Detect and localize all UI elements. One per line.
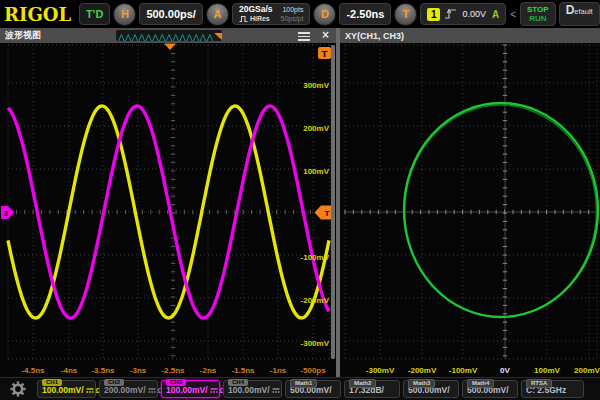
trigger-status-badge[interactable]: T'D — [79, 3, 110, 25]
dc-coupling-icon — [148, 387, 156, 394]
horizontal-button[interactable]: H — [113, 3, 136, 26]
sample-resolution: 50ps/pt — [280, 14, 303, 23]
scrollbar[interactable] — [331, 45, 335, 359]
channel-box-ch4[interactable]: CH4 100.00mV/ — [223, 380, 282, 398]
v-axis-label: 300mV — [303, 81, 329, 90]
v-axis-label: 200mV — [303, 124, 329, 133]
svg-text:T: T — [325, 209, 330, 218]
timebase-display[interactable]: 500.00ps/ — [139, 3, 203, 25]
memory-depth: 100pts — [280, 5, 303, 14]
ch2-tab: CH2 — [104, 379, 124, 386]
delay-button[interactable]: D — [313, 3, 336, 26]
dc-coupling-icon — [210, 387, 218, 394]
waveform-panel-titlebar[interactable]: 波形视图 × — [0, 28, 336, 43]
preview-position-marker — [214, 33, 222, 40]
default-button[interactable]: Default — [559, 2, 600, 26]
t-axis-label: -4.5ns — [21, 366, 45, 375]
t-axis-label: -4ns — [61, 366, 78, 375]
rtsa-box[interactable]: RTSA C: 2.5GHz — [521, 380, 584, 398]
t-axis-label: -1.5ns — [231, 366, 255, 375]
xy-axis-label: 0V — [500, 366, 510, 375]
trigger-level-value: 0.00V — [462, 9, 486, 19]
acq-mode: HiRes — [250, 14, 270, 23]
v-axis-label: 100mV — [303, 167, 329, 176]
math1-box[interactable]: Math1 500.00mV/ — [285, 380, 341, 398]
timebase-value: 500.00ps/ — [146, 8, 196, 20]
preview-waveform — [118, 35, 213, 42]
v-axis-label: -100mV — [301, 253, 330, 262]
top-toolbar: RIGOL T'D H 500.00ps/ A 20GSa/s HiRes 10… — [0, 0, 600, 28]
rtsa-tab: RTSA — [526, 379, 552, 388]
math3-box[interactable]: Math3 500.00mV/ — [403, 380, 459, 398]
ch1-tab: CH1 — [42, 379, 62, 386]
waveform-grid: TT3300mV200mV100mV-100mV-200mV-300mV-4.5… — [0, 43, 336, 377]
ch3-scale: 100.00mV/ — [166, 385, 208, 395]
menu-icon[interactable] — [298, 32, 310, 41]
t-axis-label: -2ns — [200, 366, 217, 375]
xy-axis-label: -200mV — [408, 366, 437, 375]
xy-axis-label: -300mV — [366, 366, 395, 375]
waveform-preview-strip[interactable] — [116, 30, 222, 41]
collapse-arrow[interactable]: < — [509, 9, 517, 20]
close-icon[interactable]: × — [322, 28, 329, 43]
t-axis-label: -2.5ns — [161, 366, 185, 375]
math3-tab: Math3 — [408, 379, 435, 388]
rigol-logo: RIGOL — [4, 4, 71, 25]
math4-box[interactable]: Math4 500.00mV/ — [462, 380, 518, 398]
t-axis-label: -1ns — [270, 366, 287, 375]
ch3-tab: CH3 — [166, 379, 186, 386]
acquisition-display[interactable]: 20GSa/s HiRes 100pts 50ps/pt — [232, 3, 311, 25]
trigger-sweep-mode: A — [492, 9, 499, 20]
v-axis-label: -300mV — [301, 339, 330, 348]
rising-edge-icon — [444, 7, 458, 21]
svg-text:T: T — [322, 49, 328, 59]
sample-rate: 20GSa/s — [239, 5, 273, 14]
t-axis-label: -3.5ns — [91, 366, 115, 375]
math2-box[interactable]: Math2 17.32dB/ — [344, 380, 400, 398]
math1-tab: Math1 — [290, 379, 317, 388]
math4-tab: Math4 — [467, 379, 494, 388]
ch4-tab: CH4 — [228, 379, 248, 386]
channel-box-ch1[interactable]: CH1 100.00mV/ Ω — [37, 380, 96, 398]
svg-text:3: 3 — [4, 209, 9, 218]
xy-axis-label: 100mV — [534, 366, 560, 375]
ch4-scale: 100.00mV/ — [228, 385, 270, 395]
dc-coupling-icon — [272, 387, 280, 394]
t-axis-label: -500ps — [300, 366, 326, 375]
v-axis-label: -200mV — [301, 296, 330, 305]
waveform-panel-title: 波形视图 — [5, 29, 41, 42]
trigger-status-text: T'D — [86, 8, 103, 20]
delay-value: -2.50ns — [346, 8, 384, 20]
waveform-panel: 波形视图 × TT3300mV200mV100mV-100mV-200mV-30… — [0, 28, 336, 377]
gear-icon[interactable] — [9, 380, 27, 398]
display-area: 波形视图 × TT3300mV200mV100mV-100mV-200mV-30… — [0, 28, 600, 377]
xy-trace — [404, 103, 598, 317]
trigger-source-badge[interactable]: 1 — [427, 8, 440, 21]
acquire-button[interactable]: A — [206, 3, 229, 26]
xy-axis-label: 200mV — [574, 366, 600, 375]
delay-display[interactable]: -2.50ns — [339, 3, 391, 25]
trigger-position-marker[interactable] — [164, 44, 176, 51]
ch2-scale: 200.00mV/ — [104, 385, 146, 395]
ch1-scale: 100.00mV/ — [42, 385, 84, 395]
run-stop-button[interactable]: STOP RUN — [520, 2, 556, 26]
trigger-button[interactable]: T — [394, 3, 417, 26]
math2-tab: Math2 — [349, 379, 376, 388]
xy-panel-titlebar[interactable]: XY(CH1, CH3) — [340, 28, 600, 43]
xy-grid: -300mV-200mV-100mV0V100mV200mV — [340, 43, 600, 377]
xy-panel: XY(CH1, CH3) -300mV-200mV-100mV0V100mV20… — [340, 28, 600, 377]
bottom-status-bar: CH1 100.00mV/ Ω CH2 200.00mV/ Ω CH3 100.… — [0, 377, 600, 400]
xy-panel-title: XY(CH1, CH3) — [345, 31, 404, 41]
dc-coupling-icon — [86, 387, 94, 394]
trigger-display[interactable]: 1 0.00V A — [420, 3, 506, 25]
channel-box-ch3[interactable]: CH3 100.00mV/ Ω — [161, 380, 220, 398]
t-axis-label: -3ns — [130, 366, 147, 375]
xy-axis-label: -100mV — [449, 366, 478, 375]
channel-box-ch2[interactable]: CH2 200.00mV/ Ω — [99, 380, 158, 398]
hires-icon — [239, 15, 248, 23]
